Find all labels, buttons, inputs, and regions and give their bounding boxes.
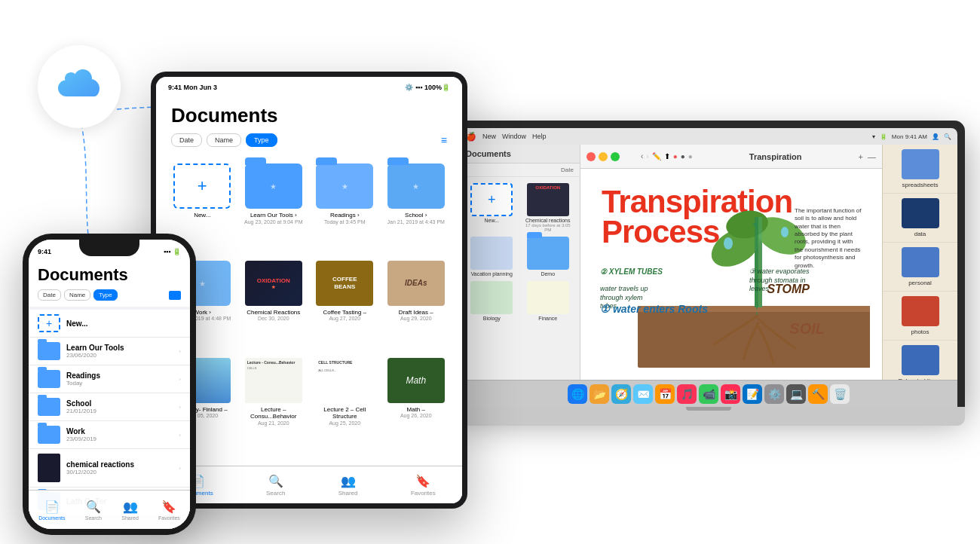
tab-shared[interactable]: 👥 Shared	[338, 474, 358, 497]
list-item[interactable]: OXIDATION ★ Chemical Reactions Dec 30, 2…	[243, 261, 305, 349]
list-item[interactable]: Readings Today ›	[29, 365, 190, 393]
dock-icon-terminal[interactable]: 💻	[786, 384, 806, 404]
folder-icon: ★	[387, 164, 445, 209]
color-gray[interactable]: ●	[688, 152, 693, 160]
tab-favorites[interactable]: 🔖 Favorites	[158, 500, 180, 521]
iphone-filter-date[interactable]: Date	[38, 289, 61, 301]
forward-icon[interactable]: ›	[646, 152, 648, 160]
item-text: Work 23/09/2019	[66, 427, 179, 442]
dock-icon-finder[interactable]: 🌐	[568, 384, 587, 404]
right-panel-item[interactable]: spreadsheets	[883, 145, 957, 194]
iphone-add-row[interactable]: + New...	[29, 310, 190, 338]
dock-icon-photos[interactable]: 📸	[721, 384, 740, 404]
tab-label: Shared	[121, 515, 139, 521]
back-icon[interactable]: ‹	[641, 152, 643, 160]
color-red[interactable]: ●	[673, 152, 678, 160]
item-text: chemical reactions 30/12/2020	[66, 460, 179, 475]
ipad-icons: ⚙️ ▪▪▪ 100%🔋	[405, 84, 450, 91]
list-item[interactable]: chemical reactions 30/12/2020 ›	[29, 449, 190, 487]
dock-icon-music[interactable]: 🎵	[677, 384, 697, 404]
mac-sidebar: Documents Date + New...	[460, 145, 580, 380]
list-item[interactable]: Learn Our Tools 23/06/2020 ›	[29, 338, 190, 365]
ipad-filter-type[interactable]: Type	[246, 133, 277, 147]
dock-icon-trash[interactable]: 🗑️	[830, 384, 850, 404]
list-view-icon[interactable]: ≡	[441, 134, 447, 146]
shared-icon: 👥	[123, 500, 138, 514]
dock-icon-calendar[interactable]: 📅	[655, 384, 675, 404]
sidebar-item[interactable]: Finance	[522, 281, 574, 321]
sidebar-item[interactable]: Demo	[522, 237, 574, 277]
chevron-icon: ›	[179, 348, 181, 355]
sidebar-item[interactable]: + New...	[466, 183, 518, 232]
doc-thumbnail	[470, 237, 513, 270]
list-item[interactable]: COFFEEBEANS Coffee Tasting – Aug 27, 202…	[314, 261, 376, 349]
pencil-icon[interactable]: ✏️	[652, 152, 661, 160]
ipad-grid: + New... ★ Learn Our Tools › Aug 23, 202…	[156, 154, 462, 462]
list-item[interactable]: CELL STRUCTURE ALL CELLS... Lecture 2 – …	[314, 358, 376, 453]
dock-icon-mail[interactable]: ✉️	[633, 384, 653, 404]
color-dark[interactable]: ●	[681, 152, 685, 160]
sidebar-item[interactable]: Biology	[466, 281, 518, 321]
ipad-filter-name[interactable]: Name	[207, 133, 241, 147]
options-icon[interactable]: —	[868, 152, 876, 161]
water-enters-label: ① water enters Roots	[600, 303, 708, 315]
list-item[interactable]: Math Math – Aug 26, 2020	[385, 358, 448, 453]
iphone-grid-toggle[interactable]	[169, 291, 181, 300]
sidebar-item[interactable]: Vacation planning	[466, 237, 518, 277]
new-folder-icon: +	[173, 164, 231, 209]
doc-thumbnail: CELL STRUCTURE ALL CELLS...	[316, 358, 373, 403]
expand-icon[interactable]: +	[859, 152, 863, 161]
list-item[interactable]: School 21/01/2019 ›	[29, 393, 190, 421]
ipad-filter-row: Date Name Type ≡	[171, 133, 447, 147]
maximize-button[interactable]	[611, 152, 620, 161]
tab-search[interactable]: 🔍 Search	[266, 474, 285, 497]
ipad-bottom-tabs: 📄 Documents 🔍 Search 👥 Shared 🔖 Favorite…	[156, 466, 462, 503]
dock-icon-safari[interactable]: 🧭	[611, 384, 631, 404]
tab-search[interactable]: 🔍 Search	[85, 500, 102, 521]
iphone-device: 9:41 ▪▪▪ 🔋 Documents Date Name Type + Ne…	[23, 234, 196, 535]
menu-help[interactable]: Help	[532, 133, 547, 140]
share-icon[interactable]: ⬆	[664, 152, 670, 160]
iphone-filter-type[interactable]: Type	[93, 289, 117, 301]
dock-icon-notes[interactable]: 📝	[743, 384, 762, 404]
list-item[interactable]: ★ Learn Our Tools › Aug 23, 2020 at 9:04…	[243, 164, 305, 252]
sidebar-title: Documents	[466, 149, 511, 158]
right-panel-item[interactable]: photos	[883, 292, 957, 341]
iphone-filter-row: Date Name Type	[38, 289, 181, 301]
dock-icon-settings[interactable]: ⚙️	[764, 384, 784, 404]
mac-menubar: 🍎 New Window Help ▾ 🔋 Mon 9:41 AM 👤 🔍	[460, 128, 957, 145]
apple-menu[interactable]: 🍎	[466, 132, 476, 142]
right-panel-item[interactable]: personal	[883, 243, 957, 292]
list-item[interactable]: ★ Readings › Today at 3:45 PM	[314, 164, 376, 252]
folder-photos	[902, 296, 939, 326]
close-button[interactable]	[586, 152, 596, 161]
iphone-add-box: +	[38, 314, 60, 332]
menu-new[interactable]: New	[482, 133, 496, 140]
list-item[interactable]: IDEAs Draft Ideas – Aug 29, 2020	[385, 261, 448, 349]
svg-rect-0	[638, 307, 870, 368]
doc-thumbnail: Lecture - Consu...Behavior CELLS	[245, 358, 302, 403]
tab-shared[interactable]: 👥 Shared	[121, 500, 139, 521]
list-item[interactable]: Work 23/09/2019 ›	[29, 421, 190, 449]
ipad-filter-date[interactable]: Date	[171, 133, 202, 147]
search-icon[interactable]: 🔍	[944, 133, 951, 140]
tab-documents[interactable]: 📄 Documents	[38, 500, 65, 521]
minimize-button[interactable]	[599, 152, 608, 161]
iphone-filter-name[interactable]: Name	[64, 289, 90, 301]
search-tab-icon: 🔍	[268, 474, 283, 488]
dock-icon-files[interactable]: 📂	[590, 384, 609, 404]
doc-thumbnail	[527, 281, 569, 314]
folder-icon	[38, 398, 60, 416]
dock-icon-xcode[interactable]: 🔨	[808, 384, 828, 404]
tab-favorites[interactable]: 🔖 Favorites	[411, 474, 436, 497]
item-text: Learn Our Tools 23/06/2020	[66, 344, 179, 359]
dock-icon-facetime[interactable]: 📹	[699, 384, 718, 404]
list-item[interactable]: ★ School › Jan 21, 2019 at 4:43 PM	[385, 164, 448, 252]
sidebar-item[interactable]: OXIDATION Chemical reactions 17 days bef…	[522, 183, 574, 232]
right-panel-item[interactable]: data	[883, 194, 957, 243]
list-item[interactable]: Lecture - Consu...Behavior CELLS Lecture…	[243, 358, 305, 453]
folder-icon: ★	[245, 164, 302, 209]
doc-thumbnail: Math	[387, 358, 445, 403]
menu-window[interactable]: Window	[502, 133, 526, 140]
right-panel-item[interactable]: Relocated Items	[883, 341, 957, 380]
